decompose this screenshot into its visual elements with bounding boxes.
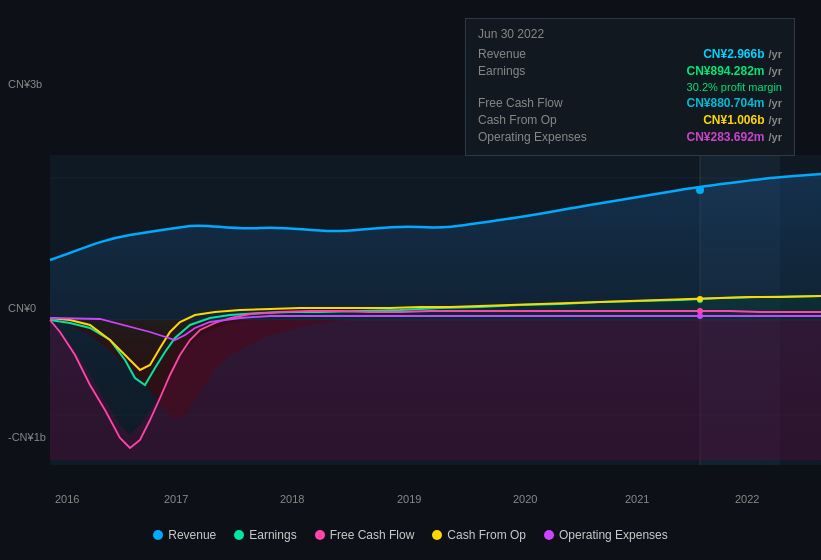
tooltip-row-earnings: Earnings CN¥894.282m/yr (478, 64, 782, 78)
tooltip-value-opex: CN¥283.692m/yr (686, 130, 782, 144)
tooltip-title: Jun 30 2022 (478, 27, 782, 41)
tooltip-value-revenue: CN¥2.966b/yr (703, 47, 782, 61)
legend-dot-cashop (432, 530, 442, 540)
legend-label-earnings: Earnings (249, 528, 296, 542)
legend-label-revenue: Revenue (168, 528, 216, 542)
x-label-2020: 2020 (513, 493, 537, 505)
tooltip-box: Jun 30 2022 Revenue CN¥2.966b/yr Earning… (465, 18, 795, 156)
tooltip-label-opex: Operating Expenses (478, 130, 608, 144)
x-label-2022: 2022 (735, 493, 759, 505)
tooltip-profit-margin: 30.2% profit margin (687, 81, 782, 93)
tooltip-row-profit-margin: 30.2% profit margin (478, 81, 782, 93)
legend-fcf[interactable]: Free Cash Flow (315, 528, 415, 542)
tooltip-row-fcf: Free Cash Flow CN¥880.704m/yr (478, 96, 782, 110)
legend-cashop[interactable]: Cash From Op (432, 528, 526, 542)
tooltip-label-cashop: Cash From Op (478, 113, 608, 127)
legend-revenue[interactable]: Revenue (153, 528, 216, 542)
x-label-2019: 2019 (397, 493, 421, 505)
tooltip-value-fcf: CN¥880.704m/yr (686, 96, 782, 110)
tooltip-row-opex: Operating Expenses CN¥283.692m/yr (478, 130, 782, 144)
tooltip-row-revenue: Revenue CN¥2.966b/yr (478, 47, 782, 61)
legend-dot-opex (544, 530, 554, 540)
x-label-2016: 2016 (55, 493, 79, 505)
legend-earnings[interactable]: Earnings (234, 528, 296, 542)
tooltip-label-revenue: Revenue (478, 47, 608, 61)
legend-label-opex: Operating Expenses (559, 528, 668, 542)
x-label-2017: 2017 (164, 493, 188, 505)
tooltip-row-cashop: Cash From Op CN¥1.006b/yr (478, 113, 782, 127)
tooltip-label-earnings: Earnings (478, 64, 608, 78)
svg-point-9 (697, 296, 703, 302)
x-label-2021: 2021 (625, 493, 649, 505)
chart-container: Jun 30 2022 Revenue CN¥2.966b/yr Earning… (0, 0, 821, 560)
legend-label-cashop: Cash From Op (447, 528, 526, 542)
legend-dot-fcf (315, 530, 325, 540)
legend-dot-revenue (153, 530, 163, 540)
legend-opex[interactable]: Operating Expenses (544, 528, 668, 542)
x-label-2018: 2018 (280, 493, 304, 505)
svg-point-6 (696, 186, 704, 194)
tooltip-value-earnings: CN¥894.282m/yr (686, 64, 782, 78)
tooltip-value-cashop: CN¥1.006b/yr (703, 113, 782, 127)
legend-label-fcf: Free Cash Flow (330, 528, 415, 542)
tooltip-label-fcf: Free Cash Flow (478, 96, 608, 110)
legend-dot-earnings (234, 530, 244, 540)
chart-legend: Revenue Earnings Free Cash Flow Cash Fro… (0, 528, 821, 542)
svg-point-10 (697, 313, 703, 319)
